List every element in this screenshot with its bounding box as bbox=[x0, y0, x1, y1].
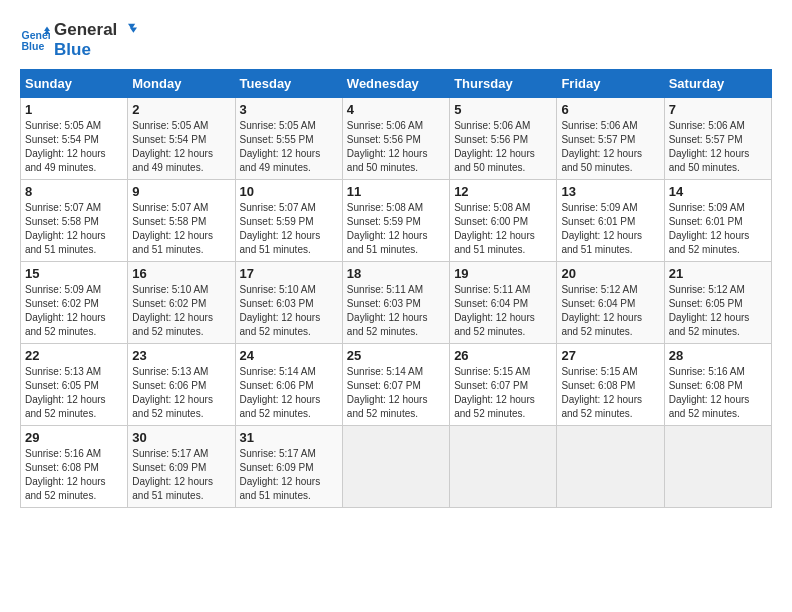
day-number: 10 bbox=[240, 184, 338, 199]
day-info: Sunrise: 5:05 AMSunset: 5:54 PMDaylight:… bbox=[132, 120, 213, 173]
day-info: Sunrise: 5:10 AMSunset: 6:03 PMDaylight:… bbox=[240, 284, 321, 337]
day-info: Sunrise: 5:06 AMSunset: 5:56 PMDaylight:… bbox=[347, 120, 428, 173]
calendar-week-row: 1 Sunrise: 5:05 AMSunset: 5:54 PMDayligh… bbox=[21, 98, 772, 180]
calendar-week-row: 29 Sunrise: 5:16 AMSunset: 6:08 PMDaylig… bbox=[21, 426, 772, 508]
day-number: 13 bbox=[561, 184, 659, 199]
day-info: Sunrise: 5:07 AMSunset: 5:58 PMDaylight:… bbox=[25, 202, 106, 255]
day-number: 29 bbox=[25, 430, 123, 445]
logo-icon: General Blue bbox=[20, 25, 50, 55]
page-header: General Blue General Blue bbox=[20, 20, 772, 59]
calendar-cell: 8 Sunrise: 5:07 AMSunset: 5:58 PMDayligh… bbox=[21, 180, 128, 262]
dow-header-sunday: Sunday bbox=[21, 70, 128, 98]
day-number: 18 bbox=[347, 266, 445, 281]
day-number: 8 bbox=[25, 184, 123, 199]
calendar-cell: 18 Sunrise: 5:11 AMSunset: 6:03 PMDaylig… bbox=[342, 262, 449, 344]
calendar-cell: 26 Sunrise: 5:15 AMSunset: 6:07 PMDaylig… bbox=[450, 344, 557, 426]
day-info: Sunrise: 5:07 AMSunset: 5:59 PMDaylight:… bbox=[240, 202, 321, 255]
day-info: Sunrise: 5:07 AMSunset: 5:58 PMDaylight:… bbox=[132, 202, 213, 255]
day-info: Sunrise: 5:09 AMSunset: 6:01 PMDaylight:… bbox=[669, 202, 750, 255]
svg-marker-5 bbox=[130, 27, 137, 32]
calendar-cell: 21 Sunrise: 5:12 AMSunset: 6:05 PMDaylig… bbox=[664, 262, 771, 344]
day-info: Sunrise: 5:14 AMSunset: 6:07 PMDaylight:… bbox=[347, 366, 428, 419]
day-number: 2 bbox=[132, 102, 230, 117]
calendar-cell: 24 Sunrise: 5:14 AMSunset: 6:06 PMDaylig… bbox=[235, 344, 342, 426]
calendar-cell bbox=[342, 426, 449, 508]
day-number: 11 bbox=[347, 184, 445, 199]
day-number: 14 bbox=[669, 184, 767, 199]
calendar-cell: 20 Sunrise: 5:12 AMSunset: 6:04 PMDaylig… bbox=[557, 262, 664, 344]
calendar-cell: 11 Sunrise: 5:08 AMSunset: 5:59 PMDaylig… bbox=[342, 180, 449, 262]
calendar-cell: 1 Sunrise: 5:05 AMSunset: 5:54 PMDayligh… bbox=[21, 98, 128, 180]
calendar-cell: 9 Sunrise: 5:07 AMSunset: 5:58 PMDayligh… bbox=[128, 180, 235, 262]
calendar-cell: 2 Sunrise: 5:05 AMSunset: 5:54 PMDayligh… bbox=[128, 98, 235, 180]
day-number: 28 bbox=[669, 348, 767, 363]
calendar-cell: 31 Sunrise: 5:17 AMSunset: 6:09 PMDaylig… bbox=[235, 426, 342, 508]
calendar-cell: 25 Sunrise: 5:14 AMSunset: 6:07 PMDaylig… bbox=[342, 344, 449, 426]
day-info: Sunrise: 5:05 AMSunset: 5:55 PMDaylight:… bbox=[240, 120, 321, 173]
calendar-cell: 15 Sunrise: 5:09 AMSunset: 6:02 PMDaylig… bbox=[21, 262, 128, 344]
calendar-cell: 13 Sunrise: 5:09 AMSunset: 6:01 PMDaylig… bbox=[557, 180, 664, 262]
calendar-cell: 3 Sunrise: 5:05 AMSunset: 5:55 PMDayligh… bbox=[235, 98, 342, 180]
calendar-table: SundayMondayTuesdayWednesdayThursdayFrid… bbox=[20, 69, 772, 508]
day-number: 26 bbox=[454, 348, 552, 363]
calendar-cell: 12 Sunrise: 5:08 AMSunset: 6:00 PMDaylig… bbox=[450, 180, 557, 262]
calendar-cell: 6 Sunrise: 5:06 AMSunset: 5:57 PMDayligh… bbox=[557, 98, 664, 180]
day-info: Sunrise: 5:13 AMSunset: 6:06 PMDaylight:… bbox=[132, 366, 213, 419]
day-info: Sunrise: 5:06 AMSunset: 5:56 PMDaylight:… bbox=[454, 120, 535, 173]
calendar-body: 1 Sunrise: 5:05 AMSunset: 5:54 PMDayligh… bbox=[21, 98, 772, 508]
day-info: Sunrise: 5:06 AMSunset: 5:57 PMDaylight:… bbox=[669, 120, 750, 173]
calendar-week-row: 8 Sunrise: 5:07 AMSunset: 5:58 PMDayligh… bbox=[21, 180, 772, 262]
day-number: 21 bbox=[669, 266, 767, 281]
day-number: 19 bbox=[454, 266, 552, 281]
dow-header-saturday: Saturday bbox=[664, 70, 771, 98]
day-info: Sunrise: 5:13 AMSunset: 6:05 PMDaylight:… bbox=[25, 366, 106, 419]
day-info: Sunrise: 5:05 AMSunset: 5:54 PMDaylight:… bbox=[25, 120, 106, 173]
calendar-cell bbox=[557, 426, 664, 508]
calendar-week-row: 22 Sunrise: 5:13 AMSunset: 6:05 PMDaylig… bbox=[21, 344, 772, 426]
calendar-cell: 16 Sunrise: 5:10 AMSunset: 6:02 PMDaylig… bbox=[128, 262, 235, 344]
day-info: Sunrise: 5:11 AMSunset: 6:03 PMDaylight:… bbox=[347, 284, 428, 337]
day-number: 15 bbox=[25, 266, 123, 281]
calendar-week-row: 15 Sunrise: 5:09 AMSunset: 6:02 PMDaylig… bbox=[21, 262, 772, 344]
dow-header-tuesday: Tuesday bbox=[235, 70, 342, 98]
calendar-cell: 29 Sunrise: 5:16 AMSunset: 6:08 PMDaylig… bbox=[21, 426, 128, 508]
day-info: Sunrise: 5:10 AMSunset: 6:02 PMDaylight:… bbox=[132, 284, 213, 337]
day-info: Sunrise: 5:17 AMSunset: 6:09 PMDaylight:… bbox=[132, 448, 213, 501]
day-number: 12 bbox=[454, 184, 552, 199]
day-info: Sunrise: 5:16 AMSunset: 6:08 PMDaylight:… bbox=[669, 366, 750, 419]
calendar-cell: 10 Sunrise: 5:07 AMSunset: 5:59 PMDaylig… bbox=[235, 180, 342, 262]
calendar-cell: 5 Sunrise: 5:06 AMSunset: 5:56 PMDayligh… bbox=[450, 98, 557, 180]
svg-text:Blue: Blue bbox=[22, 39, 45, 51]
calendar-cell: 28 Sunrise: 5:16 AMSunset: 6:08 PMDaylig… bbox=[664, 344, 771, 426]
day-info: Sunrise: 5:14 AMSunset: 6:06 PMDaylight:… bbox=[240, 366, 321, 419]
calendar-cell bbox=[450, 426, 557, 508]
calendar-cell: 19 Sunrise: 5:11 AMSunset: 6:04 PMDaylig… bbox=[450, 262, 557, 344]
calendar-cell bbox=[664, 426, 771, 508]
day-info: Sunrise: 5:06 AMSunset: 5:57 PMDaylight:… bbox=[561, 120, 642, 173]
calendar-cell: 4 Sunrise: 5:06 AMSunset: 5:56 PMDayligh… bbox=[342, 98, 449, 180]
day-number: 27 bbox=[561, 348, 659, 363]
day-info: Sunrise: 5:09 AMSunset: 6:01 PMDaylight:… bbox=[561, 202, 642, 255]
day-info: Sunrise: 5:16 AMSunset: 6:08 PMDaylight:… bbox=[25, 448, 106, 501]
dow-header-monday: Monday bbox=[128, 70, 235, 98]
day-number: 31 bbox=[240, 430, 338, 445]
day-number: 24 bbox=[240, 348, 338, 363]
day-number: 3 bbox=[240, 102, 338, 117]
day-info: Sunrise: 5:08 AMSunset: 5:59 PMDaylight:… bbox=[347, 202, 428, 255]
day-info: Sunrise: 5:17 AMSunset: 6:09 PMDaylight:… bbox=[240, 448, 321, 501]
dow-header-friday: Friday bbox=[557, 70, 664, 98]
calendar-cell: 7 Sunrise: 5:06 AMSunset: 5:57 PMDayligh… bbox=[664, 98, 771, 180]
calendar-cell: 22 Sunrise: 5:13 AMSunset: 6:05 PMDaylig… bbox=[21, 344, 128, 426]
calendar-cell: 17 Sunrise: 5:10 AMSunset: 6:03 PMDaylig… bbox=[235, 262, 342, 344]
day-number: 23 bbox=[132, 348, 230, 363]
days-of-week-row: SundayMondayTuesdayWednesdayThursdayFrid… bbox=[21, 70, 772, 98]
logo: General Blue General Blue bbox=[20, 20, 137, 59]
day-info: Sunrise: 5:11 AMSunset: 6:04 PMDaylight:… bbox=[454, 284, 535, 337]
calendar-cell: 14 Sunrise: 5:09 AMSunset: 6:01 PMDaylig… bbox=[664, 180, 771, 262]
day-number: 20 bbox=[561, 266, 659, 281]
calendar-cell: 30 Sunrise: 5:17 AMSunset: 6:09 PMDaylig… bbox=[128, 426, 235, 508]
day-number: 6 bbox=[561, 102, 659, 117]
day-info: Sunrise: 5:08 AMSunset: 6:00 PMDaylight:… bbox=[454, 202, 535, 255]
day-number: 25 bbox=[347, 348, 445, 363]
day-info: Sunrise: 5:15 AMSunset: 6:08 PMDaylight:… bbox=[561, 366, 642, 419]
